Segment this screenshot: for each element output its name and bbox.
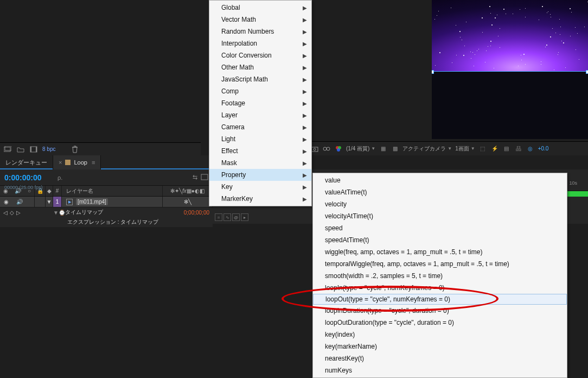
menu-item-vector-math[interactable]: Vector Math▶ (209, 14, 311, 26)
submenu-arrow-icon: ▶ (303, 5, 307, 11)
layer-row[interactable]: ◉ 🔊 ▼ 1 ▶ [m011.mp4] ✻ ╲ (0, 197, 213, 207)
close-icon[interactable]: × (59, 159, 62, 166)
quality-layer-icon[interactable]: ╲ (188, 199, 191, 205)
twirl-down-icon[interactable]: ▼ (47, 199, 52, 205)
submenu-item[interactable]: numKeys (313, 364, 567, 376)
submenu-item[interactable]: loopOutDuration(type = "cycle", duration… (313, 317, 567, 329)
trash-icon[interactable] (71, 146, 79, 153)
submenu-arrow-icon: ▶ (303, 196, 307, 202)
menu-item-interpolation[interactable]: Interpolation▶ (209, 37, 311, 49)
camera-dropdown[interactable]: アクティブカメラ▼ (402, 145, 452, 153)
comp-flowchart-icon[interactable]: 品 (514, 145, 523, 153)
fast-preview-icon[interactable]: ⚡ (490, 145, 499, 153)
tab-render-queue[interactable]: レンダーキュー (0, 155, 53, 169)
new-folder-icon[interactable] (16, 146, 25, 153)
submenu-item[interactable]: key(index) (313, 329, 567, 341)
menu-item-random-numbers[interactable]: Random Numbers▶ (209, 26, 311, 37)
svg-rect-4 (36, 147, 37, 152)
tab-label: Loop (74, 159, 87, 166)
expression-pickwhip-icon[interactable]: @ (232, 213, 240, 221)
resolution-dropdown[interactable]: (1/4 画質)▼ (346, 145, 375, 153)
expression-language-menu-icon[interactable]: ▸ (241, 213, 248, 221)
menu-item-markerkey[interactable]: MarkerKey▶ (209, 193, 311, 205)
submenu-item[interactable]: nearestKey(t) (313, 352, 567, 364)
submenu-item[interactable]: loopInDuration(type = "cycle", duration … (313, 305, 567, 317)
index-column: # (56, 188, 59, 194)
video-toggle-icon[interactable]: ◉ (4, 199, 9, 205)
menu-item-color-conversion[interactable]: Color Conversion▶ (209, 49, 311, 61)
audio-toggle-icon[interactable]: 🔊 (16, 199, 23, 205)
resize-handle-br[interactable] (586, 70, 588, 74)
show-channel-icon[interactable] (322, 145, 331, 153)
rgb-icon[interactable] (334, 145, 343, 153)
composition-viewer[interactable] (432, 0, 588, 139)
submenu-item[interactable]: loopIn(type = "cycle", numKeyframes = 0) (313, 282, 567, 294)
transparency-grid-icon[interactable]: ▩ (391, 145, 399, 153)
fx-switch-icon[interactable]: fx (182, 188, 187, 194)
adjustment-icon[interactable]: ◐ (195, 188, 200, 194)
next-key-icon[interactable]: ▷ (16, 210, 21, 216)
resize-handle-bl[interactable] (432, 70, 434, 74)
prev-key-icon[interactable]: ◁ (3, 210, 8, 216)
project-bit-depth[interactable]: 8 bpc (42, 146, 55, 152)
submenu-item[interactable]: speedAtTime(t) (313, 234, 567, 246)
shy-layer-icon[interactable]: ✻ (184, 199, 188, 205)
graph-editor-icon[interactable] (201, 174, 208, 181)
layer-name[interactable]: [m011.mp4] (76, 198, 108, 205)
property-time-remap-row[interactable]: ◁ ◇ ▷ ▼ ⌚ タイムリマップ 0;00;00;00 (0, 207, 213, 217)
menu-item-key[interactable]: Key▶ (209, 181, 311, 193)
svg-rect-3 (30, 147, 31, 152)
submenu-item[interactable]: wiggle(freq, amp, octaves = 1, amp_mult … (313, 246, 567, 258)
submenu-arrow-icon: ▶ (303, 112, 307, 118)
reset-exposure-icon[interactable]: ◎ (526, 145, 535, 153)
tab-menu-icon[interactable]: ≡ (92, 159, 95, 166)
menu-item-javascript-math[interactable]: JavaScript Math▶ (209, 73, 311, 85)
search-icon[interactable]: ρ. (57, 174, 62, 181)
new-comp-icon[interactable] (29, 146, 38, 153)
submenu-item[interactable]: speed (313, 222, 567, 234)
menu-item-effect[interactable]: Effect▶ (209, 145, 311, 157)
current-time[interactable]: 0:00:00:00 (0, 173, 54, 182)
submenu-item[interactable]: temporalWiggle(freq, amp, octaves = 1, a… (313, 258, 567, 270)
submenu-item[interactable]: smooth(width = .2, samples = 5, t = time… (313, 270, 567, 282)
menu-item-property[interactable]: Property▶ (209, 169, 311, 181)
menu-item-footage[interactable]: Footage▶ (209, 97, 311, 109)
cached-preview-bar (564, 191, 588, 197)
svg-rect-5 (201, 174, 208, 180)
add-key-icon[interactable]: ◇ (10, 210, 14, 216)
roi-icon[interactable]: ▦ (379, 145, 387, 153)
timeline-icon[interactable]: ▤ (502, 145, 511, 153)
interpret-footage-icon[interactable] (3, 146, 12, 153)
submenu-item[interactable]: loopOut(type = "cycle", numKeyframes = 0… (313, 294, 567, 305)
tab-loop[interactable]: × Loop ≡ (53, 155, 101, 169)
twirl-down-icon[interactable]: ▼ (53, 210, 59, 216)
3d-switch-icon[interactable]: ◧ (200, 188, 204, 194)
property-value[interactable]: 0;00;00;00 (184, 210, 213, 216)
property-expression-row[interactable]: エクスプレッション : タイムリマップ (0, 217, 213, 227)
menu-item-mask[interactable]: Mask▶ (209, 157, 311, 169)
frame-blend-icon[interactable]: ▦ (187, 188, 191, 194)
submenu-arrow-icon: ▶ (303, 172, 307, 178)
shy-switch-icon[interactable]: ✻ (170, 188, 175, 194)
menu-item-layer[interactable]: Layer▶ (209, 109, 311, 121)
svg-rect-6 (311, 147, 318, 152)
menu-item-comp[interactable]: Comp▶ (209, 85, 311, 97)
pixel-aspect-icon[interactable]: ⬚ (478, 145, 487, 153)
views-dropdown[interactable]: 1画面▼ (455, 145, 475, 153)
label-column-icon[interactable]: ◆ (47, 188, 52, 194)
menu-item-global[interactable]: Global▶ (209, 2, 311, 14)
submenu-item[interactable]: key(markerName) (313, 341, 567, 352)
exposure-value[interactable]: +0.0 (538, 146, 549, 152)
submenu-item[interactable]: valueAtTime(t) (313, 186, 567, 198)
collapse-switch-icon[interactable]: ✦ (175, 188, 179, 194)
menu-item-light[interactable]: Light▶ (209, 133, 311, 145)
menu-item-other-math[interactable]: Other Math▶ (209, 61, 311, 73)
menu-item-camera[interactable]: Camera▶ (209, 121, 311, 133)
expression-graph-icon[interactable]: ∿ (223, 213, 231, 221)
submenu-item[interactable]: velocity (313, 198, 567, 210)
submenu-item[interactable]: velocityAtTime(t) (313, 210, 567, 222)
submenu-item[interactable]: value (313, 174, 567, 186)
shy-toggle-icon[interactable]: ⇆ (193, 174, 197, 181)
expression-enable-icon[interactable]: = (215, 213, 222, 221)
stopwatch-icon[interactable]: ⌚ (59, 210, 65, 216)
